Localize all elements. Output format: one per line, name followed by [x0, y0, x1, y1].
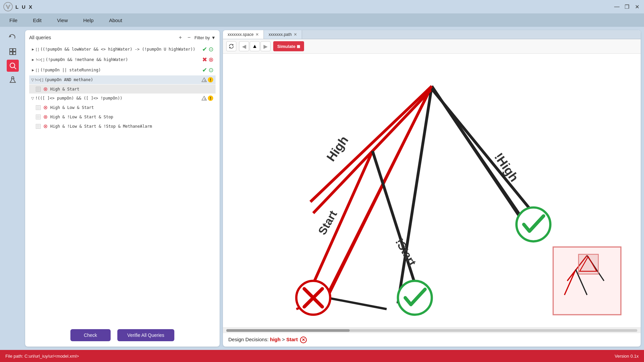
menu-about[interactable]: About [106, 16, 125, 24]
menu-file[interactable]: File [7, 16, 20, 24]
svg-line-41 [328, 298, 387, 309]
svg-text:Λ: Λ [204, 79, 206, 82]
sidebar-icon-lab[interactable] [7, 74, 19, 86]
svg-text:!: ! [210, 78, 211, 82]
version: Version 0.1x [614, 354, 639, 359]
svg-line-45 [310, 86, 432, 202]
nav-buttons: ◀ ▲ ▶ [239, 41, 271, 51]
close-tab-path[interactable]: ✕ [294, 33, 297, 37]
svg-rect-33 [36, 124, 41, 129]
svg-line-7 [14, 67, 16, 69]
svg-text:!: ! [210, 96, 211, 101]
next-button[interactable]: ▶ [260, 41, 271, 51]
svg-text:Λ: Λ [204, 98, 206, 101]
svg-point-57 [398, 281, 432, 315]
window-controls: — ❐ ✕ [613, 3, 641, 10]
svg-point-58 [517, 207, 550, 241]
query-item[interactable]: ⊗ High & Low & Start [29, 103, 216, 112]
svg-line-47 [432, 89, 533, 213]
svg-text:High: High [324, 133, 351, 164]
prev-button[interactable]: ◀ [239, 41, 249, 51]
add-query-button[interactable]: + [177, 34, 184, 41]
svg-text:!Start: !Start [393, 236, 418, 268]
toolbar: ◀ ▲ ▶ Simulate ▦ [223, 39, 641, 54]
query-item[interactable]: ⊗ High & !Low & Start & !Stop & MethaneA… [29, 122, 216, 131]
query-item[interactable]: ▽ !<>[ ] (pumpOn AND methane) Λ ! [29, 75, 216, 84]
svg-rect-2 [10, 49, 12, 51]
menu-view[interactable]: View [54, 16, 70, 24]
query-item[interactable]: ► [ ] ((!pumpOn && lowWater && <> highWa… [29, 44, 216, 54]
right-panel: xxxxxxx.space ✕ xxxxxxx.path ✕ ◀ ▲ [223, 30, 641, 347]
dd-start-label: Start [286, 337, 298, 342]
check-button[interactable]: Check [70, 329, 111, 341]
app-logo [3, 2, 13, 11]
tab-bar: xxxxxxx.space ✕ xxxxxxx.path ✕ [223, 30, 641, 39]
menu-edit[interactable]: Edit [30, 16, 44, 24]
filter-button[interactable]: Filter by ▼ [194, 35, 216, 40]
refresh-button[interactable] [226, 41, 236, 51]
query-list: ► [ ] ((!pumpOn && lowWater && <> highWa… [29, 44, 216, 325]
maximize-button[interactable]: ❐ [623, 3, 631, 10]
sidebar-icon-nav[interactable] [7, 32, 19, 44]
queries-header: All queries + − Filter by ▼ [29, 34, 216, 41]
app-title: L U X [15, 4, 613, 10]
svg-rect-4 [10, 52, 12, 55]
query-item[interactable]: ► [ ] (!pumpOn || stateRunning) ✔ ⊙ [29, 65, 216, 75]
left-sidebar [3, 30, 22, 347]
query-item[interactable]: ► !<>[ ] (!pumpOn && !methane && highWat… [29, 55, 216, 65]
title-bar: L U X — ❐ ✕ [0, 0, 644, 13]
design-decisions: Design Decisions: high > Start ✕ [223, 333, 641, 347]
menu-bar: File Edit View Help About [0, 13, 644, 27]
up-button[interactable]: ▲ [250, 41, 260, 51]
query-item[interactable]: ⊗ High & Start [29, 84, 216, 94]
tab-space[interactable]: xxxxxxx.space ✕ [223, 30, 264, 39]
svg-rect-5 [13, 52, 16, 55]
sidebar-icon-layout[interactable] [7, 46, 19, 58]
menu-help[interactable]: Help [80, 16, 96, 24]
dd-high-label: high [270, 337, 281, 342]
minimize-button[interactable]: — [613, 3, 621, 10]
close-tab-space[interactable]: ✕ [255, 33, 259, 37]
canvas-area[interactable]: High !High Start !Start [223, 54, 641, 327]
simulate-button[interactable]: Simulate ▦ [273, 41, 304, 51]
close-button[interactable]: ✕ [633, 3, 641, 10]
svg-point-6 [10, 63, 15, 68]
sidebar-icon-search[interactable] [7, 60, 19, 72]
svg-point-1 [7, 5, 9, 8]
queries-title: All queries [29, 35, 175, 40]
svg-rect-14 [36, 87, 41, 92]
query-item[interactable]: ▽ !(([ ]<> pumpOn) && ([ ]<> !pumpOn)) Λ… [29, 94, 216, 103]
horizontal-scrollbar[interactable] [223, 327, 641, 333]
queries-panel: All queries + − Filter by ▼ ► [ ] ((!pum… [25, 30, 220, 347]
file-path: File path: C:url/url_iuy/ur/<model.xml> [5, 354, 79, 359]
verify-all-button[interactable]: Verifie All Queries [117, 329, 175, 341]
action-buttons: Check Verifie All Queries [29, 325, 216, 343]
status-bar: File path: C:url/url_iuy/ur/<model.xml> … [0, 350, 644, 362]
remove-query-button[interactable]: − [186, 34, 192, 41]
svg-rect-3 [13, 49, 16, 51]
svg-rect-28 [36, 115, 41, 119]
query-item[interactable]: ⊗ High & !Low & Start & Stop [29, 112, 216, 121]
main-area: All queries + − Filter by ▼ ► [ ] ((!pum… [0, 27, 644, 350]
tab-path[interactable]: xxxxxxx.path ✕ [264, 30, 302, 39]
svg-rect-23 [36, 105, 41, 110]
